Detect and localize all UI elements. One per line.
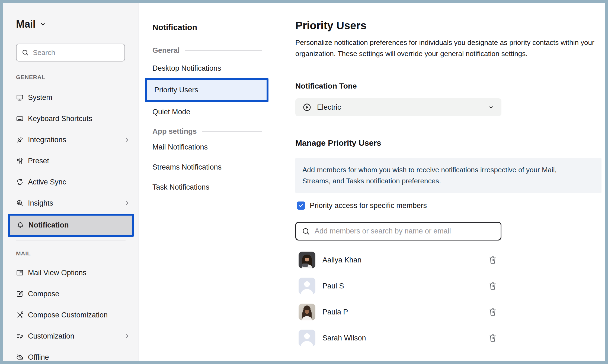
- member-name: Aaliya Khan: [322, 256, 361, 264]
- sidebar-item-label: Preset: [28, 157, 49, 165]
- sidebar-item-mail-view-options[interactable]: Mail View Options: [8, 262, 134, 283]
- sidebar-item-compose[interactable]: Compose: [8, 283, 134, 304]
- divider: [202, 131, 262, 132]
- sidebar-search-input[interactable]: Search: [16, 44, 125, 61]
- trash-icon: [488, 281, 497, 291]
- sync-icon: [16, 178, 24, 186]
- compose-icon: [16, 290, 24, 298]
- sliders-icon: [16, 157, 24, 165]
- subnav-title: Notification: [152, 22, 262, 32]
- info-text: Add members for whom you wish to receive…: [302, 164, 576, 187]
- subnav-item-mail-notifications[interactable]: Mail Notifications: [152, 137, 262, 157]
- sidebar-item-label: Notification: [28, 221, 69, 229]
- sidebar-item-preset[interactable]: Preset: [8, 150, 134, 171]
- list-pencil-icon: [16, 332, 24, 340]
- priority-access-checkbox[interactable]: [297, 202, 305, 210]
- subnav-item-label: Desktop Notifications: [152, 64, 221, 73]
- sidebar-item-label: Customization: [28, 332, 74, 340]
- subnav-item-desktop-notifications[interactable]: Desktop Notifications: [152, 58, 262, 78]
- notification-subnav: Notification General Desktop Notificatio…: [139, 3, 275, 361]
- sidebar-item-customization[interactable]: Customization: [8, 326, 134, 347]
- sidebar: Mail Search GENERAL System: [3, 3, 139, 361]
- sidebar-item-compose-customization[interactable]: Compose Customization: [8, 304, 134, 326]
- member-row: Paul S: [295, 273, 502, 299]
- sidebar-item-label: Mail View Options: [28, 269, 87, 277]
- bell-icon: [17, 222, 24, 229]
- subnav-item-streams-notifications[interactable]: Streams Notifications: [152, 157, 262, 177]
- priority-access-row: Priority access for specific members: [295, 201, 599, 210]
- mail-view-icon: [16, 269, 24, 277]
- search-icon: [302, 227, 310, 236]
- subnav-item-label: Mail Notifications: [152, 143, 208, 151]
- settings-window: Mail Search GENERAL System: [3, 3, 605, 361]
- sidebar-item-offline[interactable]: Offline: [8, 347, 134, 361]
- subnav-group-app-settings: App settings: [152, 127, 262, 135]
- group-label: App settings: [152, 127, 197, 136]
- notification-tone-value: Electric: [317, 103, 341, 112]
- chevron-right-icon: [123, 136, 130, 143]
- member-name: Sarah Wilson: [322, 334, 366, 342]
- sidebar-item-integrations[interactable]: Integrations: [8, 129, 134, 150]
- app-title: Mail: [16, 18, 36, 30]
- chevron-down-icon: [39, 21, 46, 28]
- sidebar-item-label: Insights: [28, 199, 53, 207]
- sidebar-item-keyboard-shortcuts[interactable]: Keyboard Shortcuts: [8, 108, 134, 129]
- crossed-tools-icon: [16, 311, 24, 319]
- sidebar-item-notification[interactable]: Notification: [8, 214, 134, 237]
- screenshot-frame: Mail Search GENERAL System: [0, 0, 608, 364]
- info-box: Add members for whom you wish to receive…: [295, 158, 601, 193]
- avatar: [299, 304, 315, 320]
- delete-member-button[interactable]: [488, 333, 498, 343]
- notification-tone-select[interactable]: Electric: [295, 98, 501, 116]
- chevron-right-icon: [123, 200, 130, 207]
- cloud-off-icon: [16, 353, 24, 361]
- sidebar-item-label: Integrations: [28, 136, 66, 144]
- member-name: Paula P: [322, 308, 348, 316]
- subnav-list-general: Desktop Notifications Priority Users Qui…: [152, 58, 262, 122]
- subnav-list-app-settings: Mail Notifications Streams Notifications…: [152, 137, 262, 197]
- page-title: Priority Users: [295, 18, 599, 33]
- delete-member-button[interactable]: [488, 255, 498, 265]
- add-members-search-input[interactable]: Add members or search by name or email: [295, 222, 501, 240]
- search-icon: [21, 49, 29, 56]
- monitor-icon: [16, 94, 24, 101]
- notification-tone-heading: Notification Tone: [295, 82, 599, 91]
- subnav-item-priority-users[interactable]: Priority Users: [145, 78, 268, 102]
- priority-members-list: Aaliya Khan Paul S: [295, 247, 502, 351]
- subnav-item-label: Streams Notifications: [152, 163, 222, 171]
- divider: [185, 50, 262, 51]
- delete-member-button[interactable]: [488, 281, 498, 291]
- sidebar-item-system[interactable]: System: [8, 87, 134, 108]
- sidebar-section-general: GENERAL: [16, 74, 134, 80]
- sidebar-item-label: Active Sync: [28, 178, 66, 186]
- sidebar-item-active-sync[interactable]: Active Sync: [8, 171, 134, 193]
- app-switcher[interactable]: Mail: [16, 18, 134, 30]
- sidebar-nav-mail: Mail View Options Compose Compose Custom…: [8, 262, 134, 361]
- subnav-item-quiet-mode[interactable]: Quiet Mode: [152, 102, 262, 122]
- subnav-item-label: Task Notifications: [152, 183, 209, 191]
- member-row: Paula P: [295, 299, 502, 325]
- group-label: General: [152, 46, 180, 55]
- page-description: Personalize notification preferences for…: [295, 37, 599, 59]
- sidebar-nav-general: System Keyboard Shortcuts Integrations: [8, 87, 134, 237]
- sidebar-item-label: Compose: [28, 290, 59, 298]
- subnav-item-label: Priority Users: [154, 86, 198, 94]
- avatar: [299, 252, 315, 268]
- delete-member-button[interactable]: [488, 307, 498, 317]
- chevron-right-icon: [123, 333, 130, 340]
- trash-icon: [488, 255, 497, 265]
- divider: [152, 38, 262, 38]
- trash-icon: [488, 333, 497, 343]
- sidebar-divider: [16, 240, 126, 241]
- subnav-item-task-notifications[interactable]: Task Notifications: [152, 177, 262, 197]
- priority-users-panel: Priority Users Personalize notification …: [275, 3, 605, 361]
- trash-icon: [488, 307, 497, 317]
- chevron-down-icon: [488, 104, 494, 110]
- sidebar-search-placeholder: Search: [33, 48, 55, 57]
- sidebar-item-insights[interactable]: Insights: [8, 193, 134, 214]
- subnav-item-label: Quiet Mode: [152, 108, 190, 116]
- plug-icon: [16, 136, 24, 144]
- magnifier-chart-icon: [16, 199, 24, 207]
- avatar-placeholder: [299, 278, 315, 294]
- play-circle-icon[interactable]: [302, 103, 312, 112]
